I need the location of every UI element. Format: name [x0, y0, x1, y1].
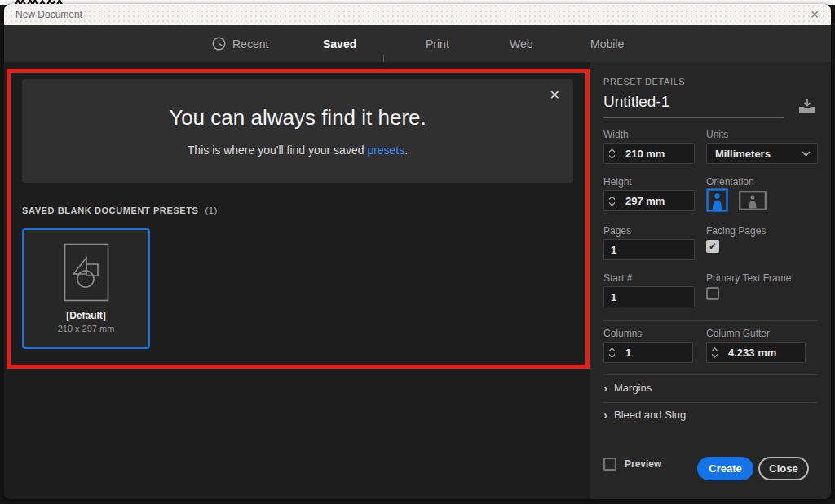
new-document-dialog: New Document ✕ Recent Saved Print Web Mo…: [4, 4, 831, 499]
tab-label: Web: [510, 38, 533, 51]
tab-label: Recent: [232, 38, 268, 51]
banner-subtitle-period: .: [404, 144, 408, 157]
height-stepper[interactable]: [604, 191, 619, 210]
preset-size: 210 x 297 mm: [24, 324, 148, 334]
orientation-landscape-button[interactable]: [739, 191, 767, 210]
tab-web[interactable]: Web: [510, 25, 533, 62]
preset-details-panel: PRESET DETAILS Untitled-1 Width Units 21…: [590, 62, 831, 499]
orientation-portrait-button[interactable]: [706, 188, 728, 212]
width-label: Width: [603, 129, 629, 140]
height-value: 297 mm: [619, 191, 665, 210]
chevron-right-icon: ›: [603, 382, 607, 394]
column-gutter-value: 4.233 mm: [722, 343, 776, 362]
margins-section-toggle[interactable]: › Margins: [603, 382, 652, 394]
chevron-down-icon: [802, 151, 811, 157]
bleed-slug-section-label: Bleed and Slug: [614, 409, 686, 421]
preview-label: Preview: [625, 458, 661, 470]
divider: [603, 320, 818, 321]
chevron-down-icon: [608, 202, 616, 206]
units-value: Millimeters: [715, 148, 771, 160]
dialog-titlebar: New Document ✕: [4, 4, 831, 25]
close-button[interactable]: Close: [758, 457, 809, 480]
preview-row: Preview: [603, 458, 661, 471]
pages-label: Pages: [603, 225, 631, 237]
blank-document-icon: [64, 243, 109, 302]
facing-pages-label: Facing Pages: [706, 225, 766, 237]
chevron-down-icon: [711, 354, 718, 358]
saved-presets-header: SAVED BLANK DOCUMENT PRESETS(1): [22, 206, 218, 215]
orientation-label: Orientation: [706, 176, 754, 188]
clock-icon: [212, 37, 226, 51]
tab-label: Print: [426, 38, 449, 51]
banner-subtitle-text: This is where you'll find your saved: [188, 144, 368, 157]
columns-stepper[interactable]: [604, 343, 619, 362]
create-button[interactable]: Create: [697, 457, 753, 480]
banner-title: You can always find it here.: [22, 105, 573, 130]
width-input[interactable]: 210 mm: [603, 143, 695, 164]
column-gutter-input[interactable]: 4.233 mm: [706, 342, 806, 363]
tab-print[interactable]: Print: [426, 25, 449, 62]
preset-name: [Default]: [24, 310, 148, 321]
height-label: Height: [603, 176, 632, 188]
columns-value: 1: [619, 343, 631, 362]
start-number-input[interactable]: 1: [603, 286, 695, 307]
divider: [603, 402, 818, 403]
column-gutter-label: Column Gutter: [706, 328, 770, 339]
portrait-icon: [706, 188, 728, 212]
height-input[interactable]: 297 mm: [603, 190, 695, 211]
dialog-close-icon[interactable]: ✕: [810, 4, 820, 25]
units-label: Units: [706, 129, 728, 140]
width-value: 210 mm: [619, 144, 665, 163]
tab-recent[interactable]: Recent: [212, 25, 268, 62]
banner-subtitle: This is where you'll find your saved pre…: [22, 144, 573, 157]
tab-label: Mobile: [590, 38, 624, 51]
check-icon: ✓: [709, 241, 717, 252]
pages-input[interactable]: 1: [603, 239, 695, 260]
tab-bar: Recent Saved Print Web Mobile: [4, 25, 831, 62]
preset-details-header: PRESET DETAILS: [603, 77, 685, 86]
units-dropdown[interactable]: Millimeters: [706, 143, 818, 164]
pages-value: 1: [604, 240, 616, 259]
saved-presets-panel: ✕ You can always find it here. This is w…: [4, 62, 590, 499]
banner-close-icon[interactable]: ✕: [550, 87, 560, 103]
chevron-down-icon: [608, 155, 616, 159]
start-number-label: Start #: [603, 272, 632, 284]
start-number-value: 1: [604, 287, 616, 307]
saved-presets-count: (1): [205, 206, 217, 215]
divider: [603, 374, 818, 375]
primary-text-frame-checkbox[interactable]: [706, 287, 719, 300]
tab-label: Saved: [323, 38, 356, 51]
info-banner: ✕ You can always find it here. This is w…: [22, 79, 573, 183]
primary-text-frame-label: Primary Text Frame: [706, 272, 791, 284]
document-name-field[interactable]: Untitled-1: [603, 93, 784, 118]
presets-link[interactable]: presets: [367, 144, 404, 157]
chevron-up-icon: [711, 347, 718, 351]
margins-section-label: Margins: [614, 382, 652, 394]
chevron-right-icon: ›: [603, 409, 607, 421]
facing-pages-checkbox[interactable]: ✓: [706, 240, 719, 253]
columns-input[interactable]: 1: [603, 342, 693, 363]
preset-card-default[interactable]: [Default] 210 x 297 mm: [22, 228, 150, 349]
width-stepper[interactable]: [604, 144, 619, 163]
chevron-up-icon: [608, 148, 616, 153]
save-preset-icon[interactable]: [798, 98, 816, 114]
landscape-icon: [739, 191, 767, 210]
saved-presets-header-text: SAVED BLANK DOCUMENT PRESETS: [22, 206, 198, 215]
preview-checkbox[interactable]: [603, 458, 616, 471]
dialog-title: New Document: [15, 4, 82, 25]
chevron-up-icon: [608, 196, 616, 200]
chevron-up-icon: [608, 347, 616, 351]
tab-saved[interactable]: Saved: [323, 25, 356, 62]
bleed-slug-section-toggle[interactable]: › Bleed and Slug: [603, 409, 686, 421]
columns-label: Columns: [603, 328, 642, 339]
chevron-down-icon: [608, 354, 616, 358]
tab-mobile[interactable]: Mobile: [590, 25, 624, 62]
column-gutter-stepper[interactable]: [707, 343, 722, 362]
